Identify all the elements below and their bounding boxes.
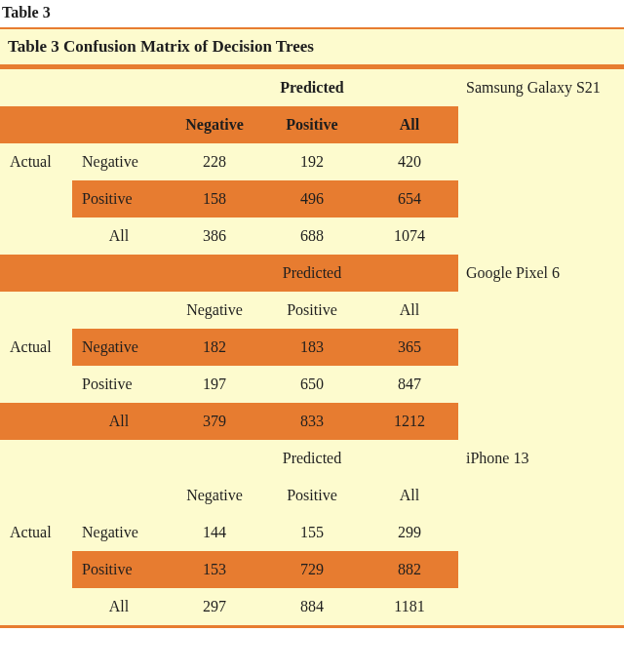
cell: 847 <box>361 366 458 403</box>
cell: 1212 <box>361 403 458 440</box>
col-all: All <box>361 292 458 329</box>
cell: 884 <box>263 588 361 627</box>
table-row: Actual Negative 228 192 420 <box>0 143 624 180</box>
cell: 158 <box>166 180 263 217</box>
col-positive: Positive <box>263 292 361 329</box>
cell: 496 <box>263 180 361 217</box>
cell: 365 <box>361 329 458 366</box>
cell: 882 <box>361 551 458 588</box>
cell: 729 <box>263 551 361 588</box>
actual-header: Actual <box>0 143 72 180</box>
table-row: Positive 153 729 882 <box>0 551 624 588</box>
phone-label: iPhone 13 <box>458 440 624 477</box>
row-label: Negative <box>72 514 166 551</box>
row-label-all: All <box>72 403 166 440</box>
table-row: All 379 833 1212 <box>0 403 624 440</box>
col-negative: Negative <box>166 292 263 329</box>
cell: 192 <box>263 143 361 180</box>
table-row: All 386 688 1074 <box>0 217 624 255</box>
caption-wrap: Table 3 Confusion Matrix of Decision Tre… <box>0 27 624 66</box>
phone-label: Google Pixel 6 <box>458 255 624 292</box>
row-label: Negative <box>72 329 166 366</box>
actual-header: Actual <box>0 514 72 551</box>
table-row: Positive 158 496 654 <box>0 180 624 217</box>
cell: 182 <box>166 329 263 366</box>
cell: 654 <box>361 180 458 217</box>
cell: 297 <box>166 588 263 627</box>
cell: 688 <box>263 217 361 255</box>
col-all: All <box>361 106 458 143</box>
col-negative: Negative <box>166 477 263 514</box>
col-positive: Positive <box>263 106 361 143</box>
cell: 183 <box>263 329 361 366</box>
cell: 155 <box>263 514 361 551</box>
col-negative: Negative <box>166 106 263 143</box>
row-label: Positive <box>72 180 166 217</box>
table-row: Actual Negative 144 155 299 <box>0 514 624 551</box>
row-label-all: All <box>72 217 166 255</box>
column-headers-row: Negative Positive All <box>0 477 624 514</box>
section-predicted-row: Predicted Samsung Galaxy S21 <box>0 68 624 107</box>
cell: 386 <box>166 217 263 255</box>
cell: 228 <box>166 143 263 180</box>
cell: 299 <box>361 514 458 551</box>
section-predicted-row: Predicted Google Pixel 6 <box>0 255 624 292</box>
row-label: Positive <box>72 366 166 403</box>
cell: 144 <box>166 514 263 551</box>
row-label: Positive <box>72 551 166 588</box>
predicted-header: Predicted <box>166 68 458 107</box>
column-headers-row: Negative Positive All <box>0 106 624 143</box>
page: Table 3 Table 3 Confusion Matrix of Deci… <box>0 0 624 628</box>
cell: 197 <box>166 366 263 403</box>
cell: 833 <box>263 403 361 440</box>
col-all: All <box>361 477 458 514</box>
table-row: Actual Negative 182 183 365 <box>0 329 624 366</box>
table-label: Table 3 <box>0 0 624 27</box>
table-row: Positive 197 650 847 <box>0 366 624 403</box>
confusion-matrix-table: Predicted Samsung Galaxy S21 Negative Po… <box>0 66 624 628</box>
predicted-header: Predicted <box>166 255 458 292</box>
cell: 650 <box>263 366 361 403</box>
predicted-header: Predicted <box>166 440 458 477</box>
col-positive: Positive <box>263 477 361 514</box>
cell: 153 <box>166 551 263 588</box>
row-label-all: All <box>72 588 166 627</box>
section-predicted-row: Predicted iPhone 13 <box>0 440 624 477</box>
table-caption: Table 3 Confusion Matrix of Decision Tre… <box>0 29 624 64</box>
actual-header: Actual <box>0 329 72 366</box>
cell: 1181 <box>361 588 458 627</box>
column-headers-row: Negative Positive All <box>0 292 624 329</box>
cell: 1074 <box>361 217 458 255</box>
cell: 379 <box>166 403 263 440</box>
phone-label: Samsung Galaxy S21 <box>458 68 624 107</box>
cell: 420 <box>361 143 458 180</box>
table-row: All 297 884 1181 <box>0 588 624 627</box>
row-label: Negative <box>72 143 166 180</box>
